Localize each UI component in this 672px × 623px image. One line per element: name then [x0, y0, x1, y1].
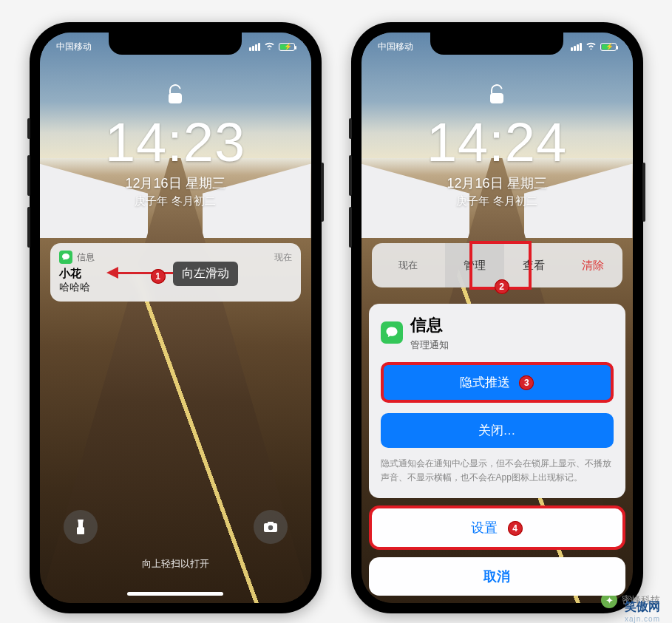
wifi-icon — [586, 41, 597, 52]
step-badge-4: 4 — [508, 521, 523, 536]
power-button — [642, 163, 645, 222]
power-button — [321, 163, 324, 222]
step-badge-1: 1 — [151, 269, 166, 284]
panel-app-title: 信息 — [410, 314, 449, 336]
signal-icon — [571, 43, 582, 51]
status-right: ⚡ — [571, 41, 617, 52]
settings-button[interactable]: 设置 4 — [369, 505, 625, 550]
svg-point-2 — [268, 525, 272, 530]
messages-app-icon — [381, 321, 403, 344]
notch — [109, 33, 242, 55]
svg-rect-0 — [169, 93, 182, 103]
lock-screen-header: 14:23 12月16日 星期三 庚子年 冬月初二 — [40, 84, 311, 208]
status-right: ⚡ — [249, 41, 295, 52]
carrier-label: 中国移动 — [56, 41, 92, 53]
battery-icon: ⚡ — [279, 43, 295, 51]
clear-button[interactable]: 清除 — [563, 243, 622, 287]
site-brand: 笑傲网 — [625, 600, 660, 613]
clock: 14:24 — [362, 115, 633, 170]
quiet-delivery-note: 隐式通知会在通知中心显示，但不会在锁屏上显示、不播放声音、不显示横幅，也不会在A… — [381, 457, 614, 485]
date: 12月16日 星期三 — [40, 174, 311, 192]
carrier-label: 中国移动 — [378, 41, 413, 53]
manage-panel: 信息 管理通知 隐式推送 3 关闭… 隐式通知会在通知中心显示，但不会在锁屏上显… — [369, 304, 625, 498]
volume-up — [27, 155, 30, 196]
watermark-site: 笑傲网 xajn.com — [625, 599, 660, 623]
wifi-icon — [264, 41, 275, 52]
swipe-hint: 向上轻扫以打开 — [40, 557, 311, 571]
panel-subtitle: 管理通知 — [410, 338, 449, 352]
step-badge-3: 3 — [519, 375, 534, 390]
volume-down — [349, 207, 352, 248]
turn-off-button[interactable]: 关闭… — [381, 413, 614, 448]
phone-frame-left: 中国移动 ⚡ 14:23 12月16日 星期三 庚子年 冬月初二 — [30, 22, 322, 613]
battery-icon: ⚡ — [600, 43, 617, 51]
home-indicator[interactable] — [127, 592, 223, 596]
svg-rect-3 — [268, 522, 274, 524]
step-badge-2: 2 — [495, 279, 509, 294]
screen-right: 中国移动 ⚡ 14:24 12月16日 星期三 庚子年 冬月初二 现在 管理 查… — [362, 33, 633, 603]
mute-switch — [27, 118, 30, 139]
notification-app-name: 信息 — [77, 251, 270, 264]
lunar-date: 庚子年 冬月初二 — [40, 194, 311, 208]
phone-frame-right: 中国移动 ⚡ 14:24 12月16日 星期三 庚子年 冬月初二 现在 管理 查… — [351, 22, 643, 613]
action-sheet: 信息 管理通知 隐式推送 3 关闭… 隐式通知会在通知中心显示，但不会在锁屏上显… — [369, 304, 625, 596]
deliver-quietly-button[interactable]: 隐式推送 3 — [381, 362, 614, 403]
lunar-date: 庚子年 冬月初二 — [362, 194, 633, 208]
flashlight-button[interactable] — [64, 510, 98, 544]
settings-label: 设置 — [471, 520, 498, 535]
date: 12月16日 星期三 — [362, 174, 633, 192]
volume-up — [349, 155, 352, 196]
svg-rect-4 — [490, 93, 503, 103]
annotation-tooltip: 向左滑动 — [173, 262, 238, 286]
clock: 14:23 — [40, 115, 311, 170]
camera-button[interactable] — [254, 510, 288, 544]
strip-now-label: 现在 — [372, 259, 445, 272]
deliver-quietly-label: 隐式推送 — [460, 375, 510, 389]
screen-left: 中国移动 ⚡ 14:23 12月16日 星期三 庚子年 冬月初二 — [40, 33, 311, 603]
notch — [430, 33, 563, 55]
messages-app-icon — [59, 251, 72, 264]
mute-switch — [349, 118, 352, 139]
unlock-icon — [362, 84, 633, 109]
cancel-button[interactable]: 取消 — [369, 557, 625, 596]
volume-down — [27, 207, 30, 248]
notification-time: 现在 — [274, 251, 292, 264]
unlock-icon — [40, 84, 311, 109]
site-domain: xajn.com — [625, 615, 660, 623]
signal-icon — [249, 43, 260, 51]
lock-screen-header: 14:24 12月16日 星期三 庚子年 冬月初二 — [362, 84, 633, 208]
